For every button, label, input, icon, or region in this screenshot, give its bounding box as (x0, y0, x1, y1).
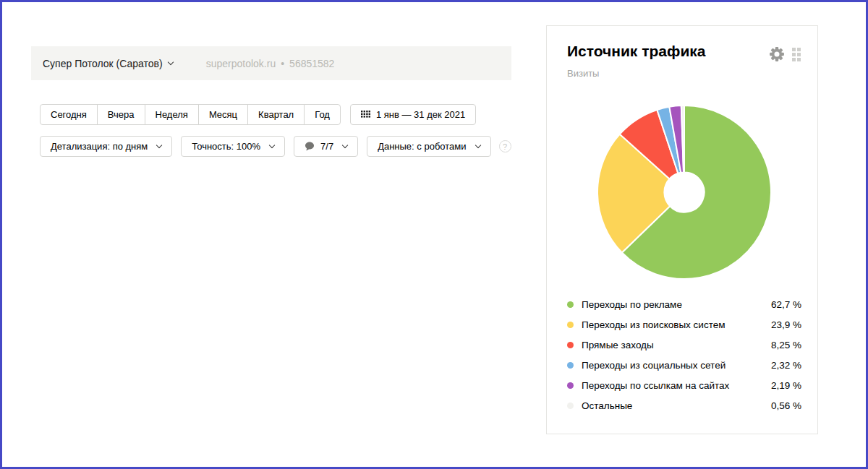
legend-dot-icon (567, 382, 574, 389)
robots-data-dropdown[interactable]: Данные: с роботами (367, 136, 490, 157)
legend-value: 23,9 % (771, 319, 801, 330)
legend-value: 2,19 % (771, 380, 801, 391)
legend-item[interactable]: Переходы по рекламе 62,7 % (567, 294, 801, 314)
detail-dropdown[interactable]: Детализация: по дням (40, 136, 172, 157)
period-button-week[interactable]: Неделя (145, 104, 199, 125)
chevron-down-icon (167, 59, 173, 64)
chevron-down-icon (475, 142, 480, 147)
period-button-year[interactable]: Год (304, 104, 341, 125)
date-range-label: 1 янв — 31 дек 2021 (376, 109, 465, 120)
legend-dot-icon (567, 403, 574, 409)
period-tabs: Сегодня Вчера Неделя Месяц Квартал Год (40, 104, 341, 125)
counter-bar: Супер Потолок (Саратов) superpotolok.ru … (31, 46, 511, 80)
gear-icon[interactable] (769, 46, 785, 62)
widget-title: Источник трафика (567, 43, 705, 60)
period-toolbar: Сегодня Вчера Неделя Месяц Квартал Год 1… (40, 104, 476, 125)
period-button-month[interactable]: Месяц (198, 104, 248, 125)
legend-dot-icon (567, 301, 574, 308)
legend-label: Переходы по рекламе (582, 299, 771, 310)
legend-label: Переходы из социальных сетей (582, 360, 771, 371)
accuracy-label: Точность: 100% (192, 141, 260, 152)
comment-icon (305, 142, 315, 151)
legend-value: 8,25 % (771, 340, 801, 350)
legend-item[interactable]: Переходы по ссылкам на сайтах 2,19 % (567, 375, 801, 395)
widget-subtitle: Визиты (567, 68, 599, 79)
period-button-yesterday[interactable]: Вчера (97, 104, 145, 125)
counter-selector[interactable]: Супер Потолок (Саратов) (43, 58, 173, 69)
legend-item[interactable]: Переходы из социальных сетей 2,32 % (567, 355, 801, 375)
legend-item[interactable]: Переходы из поисковых систем 23,9 % (567, 314, 801, 335)
legend-label: Переходы из поисковых систем (582, 319, 771, 330)
separator-dot: • (281, 58, 284, 69)
robots-label: Данные: с роботами (378, 141, 466, 152)
legend-value: 62,7 % (771, 299, 801, 310)
legend-label: Остальные (582, 400, 771, 411)
help-icon[interactable]: ? (499, 140, 511, 152)
traffic-sources-widget: Источник трафика Визиты Переходы по рекл… (546, 25, 818, 434)
drag-handle-icon[interactable] (792, 48, 801, 61)
counter-id: 56851582 (289, 58, 334, 69)
legend-item[interactable]: Остальные 0,56 % (567, 395, 801, 416)
legend-dot-icon (567, 322, 574, 328)
chart-legend: Переходы по рекламе 62,7 % Переходы из п… (567, 294, 801, 416)
chevron-down-icon (342, 142, 348, 147)
annotations-dropdown[interactable]: 7/7 (294, 136, 358, 157)
counter-name: Супер Потолок (Саратов) (43, 58, 163, 69)
detail-label: Детализация: по дням (51, 141, 148, 152)
period-button-today[interactable]: Сегодня (40, 104, 98, 125)
chevron-down-icon (269, 142, 275, 147)
calendar-icon (361, 111, 370, 119)
date-range-button[interactable]: 1 янв — 31 дек 2021 (350, 104, 476, 125)
legend-label: Переходы по ссылкам на сайтах (582, 380, 771, 391)
traffic-donut[interactable] (595, 103, 774, 282)
legend-value: 2,32 % (771, 360, 801, 371)
chevron-down-icon (156, 142, 162, 147)
counter-domain: superpotolok.ru (206, 58, 276, 69)
legend-dot-icon (567, 362, 574, 369)
legend-dot-icon (567, 342, 574, 348)
annotations-label: 7/7 (320, 141, 333, 152)
filters-toolbar: Детализация: по дням Точность: 100% 7/7 … (40, 136, 511, 157)
legend-value: 0,56 % (771, 400, 801, 411)
period-button-quarter[interactable]: Квартал (247, 104, 305, 125)
legend-item[interactable]: Прямые заходы 8,25 % (567, 335, 801, 355)
widget-controls (769, 46, 801, 62)
counter-info: superpotolok.ru • 56851582 (206, 58, 335, 69)
legend-label: Прямые заходы (582, 340, 771, 350)
accuracy-dropdown[interactable]: Точность: 100% (181, 136, 285, 157)
